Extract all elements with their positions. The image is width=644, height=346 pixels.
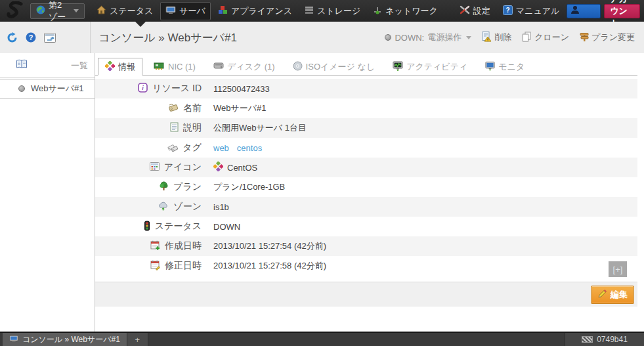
list-book-icon[interactable] [16,59,28,72]
name-tag-icon [168,103,179,114]
row-modified-at: 修正日時 2013/10/21 15:27:58 (42分前) [95,256,637,276]
row-status: ステータス DOWN [95,217,637,236]
page-title: コンソール » Webサーバ#1 [98,30,237,45]
top-navigation-bar: 石狩第2ゾーン ステータス サーバ アプライアンス ストレージ ネット [0,0,644,22]
row-icon: アイコン CentOS [95,158,637,177]
taskbar-new-tab-button[interactable]: + [127,333,148,346]
nav-status[interactable]: ステータス [91,2,158,20]
icon-grid-icon [150,162,160,173]
tab-disk[interactable]: ディスク (1) [207,58,282,76]
notepad-icon [170,122,179,134]
cloud-zone-icon [158,202,169,213]
pencil-icon [597,289,607,301]
person-icon [570,5,580,18]
nav-network[interactable]: ネットワーク [368,2,443,20]
globe-icon [36,5,45,16]
chevron-down-icon [74,9,79,12]
sidebar-item-label: Webサーバ#1 [31,83,84,95]
main-nav: ステータス サーバ アプライアンス ストレージ ネットワーク 設定 [91,2,567,20]
storage-stack-icon [305,6,314,16]
edit-footer-strip: 編集 [95,282,637,307]
console-toolbar: ? コンソール » Webサーバ#1 DOWN: 電源操作 削除 クローン [0,22,644,53]
expand-button[interactable]: [+] [609,261,627,277]
toolbar-icon-group: ? [0,22,91,53]
delete-button[interactable]: 削除 [482,32,511,44]
home-icon [97,5,106,16]
server-detail-panel: 情報 NIC (1) ディスク (1) ISOイメージ なし アクティビティ モ… [95,53,644,332]
tags-icon [167,142,178,154]
signpost-icon [580,32,589,44]
help-book-icon: ? [503,5,513,17]
power-operations-dropdown[interactable]: DOWN: 電源操作 [385,32,471,43]
nav-server[interactable]: サーバ [160,2,211,20]
row-name: 名前 Webサーバ#1 [95,98,637,118]
network-icon [373,6,382,16]
zone-selector[interactable]: 石狩第2ゾーン [30,3,85,19]
monitor-icon [165,6,176,16]
pinwheel-icon [105,61,115,73]
svg-text:?: ? [29,33,33,41]
nic-card-icon [154,62,165,72]
tab-iso-image[interactable]: ISOイメージ なし [286,58,382,76]
power-menu-label: 電源操作 [427,32,462,43]
server-info-table: i リソース ID 112500472433 名前 Webサーバ#1 説明 公開… [95,79,637,276]
server-status-dot [18,85,25,92]
tag-link-web[interactable]: web [213,143,229,153]
chevron-down-icon [466,36,471,39]
tab-info[interactable]: 情報 [98,58,142,76]
refresh-icon[interactable] [7,32,18,43]
nav-settings[interactable]: 設定 [454,2,496,20]
server-status-dot [385,34,391,41]
taskbar-build-info: 0749b41 [565,333,644,346]
traffic-light-icon [144,221,150,233]
bottom-taskbar: コンソール » Webサーバ#1 + 0749b41 [0,332,644,346]
resource-id-icon: i [138,83,148,95]
help-icon[interactable]: ? [26,32,36,43]
calendar-edit-icon [150,260,160,272]
row-created-at: 作成日時 2013/10/21 15:27:54 (42分前) [95,236,637,256]
clone-pages-icon [522,32,532,44]
detail-tabbar: 情報 NIC (1) ディスク (1) ISOイメージ なし アクティビティ モ… [95,53,637,76]
monitor-icon [485,61,495,73]
plan-change-button[interactable]: プラン変更 [580,32,635,44]
row-zone: ゾーン is1b [95,197,637,217]
build-id: 0749b41 [597,335,628,344]
row-plan: プラン プラン/1Core-1GB [95,177,637,197]
nav-manual[interactable]: ? マニュアル [498,2,565,20]
list-label: 一覧 [71,60,88,72]
tag-link-centos[interactable]: centos [237,143,262,153]
account-name-field[interactable] [567,4,601,18]
tree-icon [159,181,169,193]
sidebar-header: 一覧 [0,53,95,78]
row-resource-id: i リソース ID 112500472433 [95,79,637,98]
tab-monitor[interactable]: モニタ [479,58,531,76]
activity-monitor-icon [393,61,403,73]
clone-button[interactable]: クローン [522,32,569,44]
account-button[interactable]: アカウント [604,4,640,18]
cubes-icon [218,5,228,16]
nav-appliance[interactable]: アプライアンス [213,2,297,20]
tab-activity[interactable]: アクティビティ [386,58,474,76]
tools-icon [460,5,470,16]
row-description: 説明 公開用Webサーバ 1台目 [95,118,637,138]
centos-logo-icon [213,162,223,173]
taskbar-tab-console[interactable]: コンソール » Webサーバ#1 [3,333,127,346]
row-tags: タグ web centos [95,138,637,158]
nav-storage[interactable]: ストレージ [299,2,366,20]
server-list-sidebar: 一覧 Webサーバ#1 [0,53,95,332]
build-hash-icon [582,336,593,343]
edit-button[interactable]: 編集 [591,286,634,304]
sakura-cloud-logo-icon [5,1,25,21]
app-window: 石狩第2ゾーン ステータス サーバ アプライアンス ストレージ ネット [0,0,644,346]
popout-window-icon[interactable] [44,33,56,43]
nav-pointer-triangle [135,22,146,27]
server-status-label: DOWN: [395,33,424,43]
disk-icon [213,62,224,72]
monitor-icon [9,335,18,345]
calendar-add-icon [150,240,160,253]
toolbar-actions: DOWN: 電源操作 削除 クローン プラン変更 [385,32,644,44]
delete-warning-icon [482,32,492,44]
sidebar-item-webserver1[interactable]: Webサーバ#1 [0,79,95,98]
tab-nic[interactable]: NIC (1) [147,58,202,76]
cd-icon [293,61,303,73]
